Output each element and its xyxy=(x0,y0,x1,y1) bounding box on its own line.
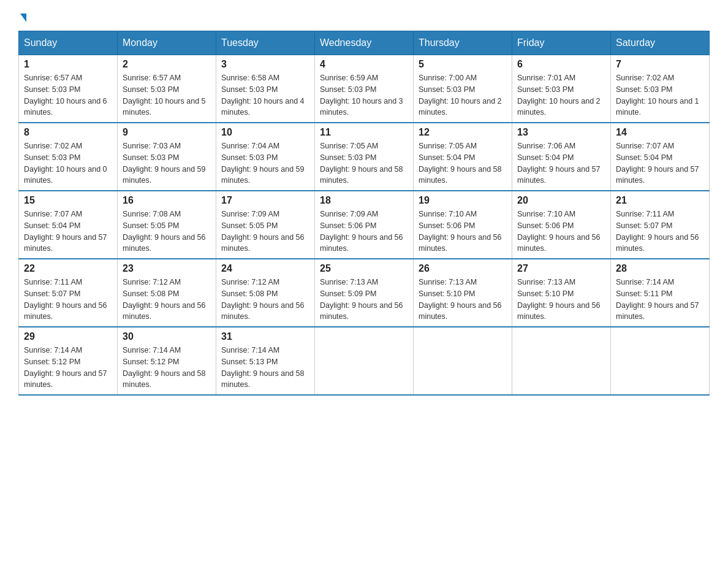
day-number: 20 xyxy=(517,195,605,206)
day-info: Sunrise: 7:08 AM Sunset: 5:05 PM Dayligh… xyxy=(123,209,211,255)
calendar-cell xyxy=(512,327,611,395)
calendar-cell: 18 Sunrise: 7:09 AM Sunset: 5:06 PM Dayl… xyxy=(315,191,414,259)
day-info: Sunrise: 7:04 AM Sunset: 5:03 PM Dayligh… xyxy=(221,140,309,186)
calendar-cell: 17 Sunrise: 7:09 AM Sunset: 5:05 PM Dayl… xyxy=(216,191,315,259)
calendar-cell: 30 Sunrise: 7:14 AM Sunset: 5:12 PM Dayl… xyxy=(118,327,216,395)
calendar-table: SundayMondayTuesdayWednesdayThursdayFrid… xyxy=(18,31,710,396)
calendar-cell: 31 Sunrise: 7:14 AM Sunset: 5:13 PM Dayl… xyxy=(216,327,315,395)
calendar-cell: 14 Sunrise: 7:07 AM Sunset: 5:04 PM Dayl… xyxy=(611,123,710,191)
day-info: Sunrise: 7:14 AM Sunset: 5:12 PM Dayligh… xyxy=(24,345,112,391)
day-number: 25 xyxy=(320,263,408,274)
calendar-cell: 1 Sunrise: 6:57 AM Sunset: 5:03 PM Dayli… xyxy=(19,55,118,123)
day-info: Sunrise: 7:00 AM Sunset: 5:03 PM Dayligh… xyxy=(419,72,507,118)
day-number: 30 xyxy=(123,331,211,342)
calendar-cell xyxy=(315,327,414,395)
day-info: Sunrise: 7:10 AM Sunset: 5:06 PM Dayligh… xyxy=(419,209,507,255)
day-info: Sunrise: 7:14 AM Sunset: 5:12 PM Dayligh… xyxy=(123,345,211,391)
day-info: Sunrise: 7:12 AM Sunset: 5:08 PM Dayligh… xyxy=(123,277,211,323)
calendar-cell: 2 Sunrise: 6:57 AM Sunset: 5:03 PM Dayli… xyxy=(118,55,216,123)
day-info: Sunrise: 7:07 AM Sunset: 5:04 PM Dayligh… xyxy=(24,209,112,255)
calendar-cell: 6 Sunrise: 7:01 AM Sunset: 5:03 PM Dayli… xyxy=(512,55,611,123)
day-info: Sunrise: 7:07 AM Sunset: 5:04 PM Dayligh… xyxy=(616,140,704,186)
calendar-cell: 13 Sunrise: 7:06 AM Sunset: 5:04 PM Dayl… xyxy=(512,123,611,191)
day-info: Sunrise: 7:10 AM Sunset: 5:06 PM Dayligh… xyxy=(517,209,605,255)
day-number: 24 xyxy=(221,263,309,274)
day-number: 14 xyxy=(616,127,704,138)
weekday-header-friday: Friday xyxy=(512,31,611,55)
calendar-cell: 8 Sunrise: 7:02 AM Sunset: 5:03 PM Dayli… xyxy=(19,123,118,191)
day-number: 5 xyxy=(419,59,507,70)
day-info: Sunrise: 7:12 AM Sunset: 5:08 PM Dayligh… xyxy=(221,277,309,323)
calendar-cell: 22 Sunrise: 7:11 AM Sunset: 5:07 PM Dayl… xyxy=(19,259,118,327)
day-number: 23 xyxy=(123,263,211,274)
calendar-cell: 3 Sunrise: 6:58 AM Sunset: 5:03 PM Dayli… xyxy=(216,55,315,123)
calendar-week-row: 29 Sunrise: 7:14 AM Sunset: 5:12 PM Dayl… xyxy=(19,327,710,395)
day-info: Sunrise: 6:57 AM Sunset: 5:03 PM Dayligh… xyxy=(24,72,112,118)
calendar-cell: 28 Sunrise: 7:14 AM Sunset: 5:11 PM Dayl… xyxy=(611,259,710,327)
calendar-cell: 27 Sunrise: 7:13 AM Sunset: 5:10 PM Dayl… xyxy=(512,259,611,327)
calendar-cell: 9 Sunrise: 7:03 AM Sunset: 5:03 PM Dayli… xyxy=(118,123,216,191)
day-info: Sunrise: 7:13 AM Sunset: 5:10 PM Dayligh… xyxy=(419,277,507,323)
calendar-cell: 21 Sunrise: 7:11 AM Sunset: 5:07 PM Dayl… xyxy=(611,191,710,259)
calendar-cell: 29 Sunrise: 7:14 AM Sunset: 5:12 PM Dayl… xyxy=(19,327,118,395)
calendar-cell: 25 Sunrise: 7:13 AM Sunset: 5:09 PM Dayl… xyxy=(315,259,414,327)
calendar-week-row: 1 Sunrise: 6:57 AM Sunset: 5:03 PM Dayli… xyxy=(19,55,710,123)
weekday-header-wednesday: Wednesday xyxy=(315,31,414,55)
weekday-header-row: SundayMondayTuesdayWednesdayThursdayFrid… xyxy=(19,31,710,55)
calendar-week-row: 22 Sunrise: 7:11 AM Sunset: 5:07 PM Dayl… xyxy=(19,259,710,327)
weekday-header-tuesday: Tuesday xyxy=(216,31,315,55)
calendar-cell: 11 Sunrise: 7:05 AM Sunset: 5:03 PM Dayl… xyxy=(315,123,414,191)
day-info: Sunrise: 7:11 AM Sunset: 5:07 PM Dayligh… xyxy=(616,209,704,255)
page-header xyxy=(18,12,710,20)
day-info: Sunrise: 7:05 AM Sunset: 5:03 PM Dayligh… xyxy=(320,140,408,186)
day-number: 27 xyxy=(517,263,605,274)
day-number: 16 xyxy=(123,195,211,206)
day-info: Sunrise: 6:59 AM Sunset: 5:03 PM Dayligh… xyxy=(320,72,408,118)
day-number: 13 xyxy=(517,127,605,138)
day-info: Sunrise: 7:06 AM Sunset: 5:04 PM Dayligh… xyxy=(517,140,605,186)
day-info: Sunrise: 7:13 AM Sunset: 5:10 PM Dayligh… xyxy=(517,277,605,323)
calendar-week-row: 15 Sunrise: 7:07 AM Sunset: 5:04 PM Dayl… xyxy=(19,191,710,259)
day-number: 6 xyxy=(517,59,605,70)
calendar-cell: 10 Sunrise: 7:04 AM Sunset: 5:03 PM Dayl… xyxy=(216,123,315,191)
day-number: 22 xyxy=(24,263,112,274)
calendar-cell xyxy=(611,327,710,395)
day-number: 31 xyxy=(221,331,309,342)
day-number: 19 xyxy=(419,195,507,206)
day-info: Sunrise: 6:57 AM Sunset: 5:03 PM Dayligh… xyxy=(123,72,211,118)
day-number: 21 xyxy=(616,195,704,206)
day-info: Sunrise: 7:05 AM Sunset: 5:04 PM Dayligh… xyxy=(419,140,507,186)
day-info: Sunrise: 7:11 AM Sunset: 5:07 PM Dayligh… xyxy=(24,277,112,323)
day-info: Sunrise: 7:14 AM Sunset: 5:11 PM Dayligh… xyxy=(616,277,704,323)
day-info: Sunrise: 7:09 AM Sunset: 5:06 PM Dayligh… xyxy=(320,209,408,255)
calendar-cell: 15 Sunrise: 7:07 AM Sunset: 5:04 PM Dayl… xyxy=(19,191,118,259)
weekday-header-monday: Monday xyxy=(118,31,216,55)
day-number: 15 xyxy=(24,195,112,206)
calendar-cell: 5 Sunrise: 7:00 AM Sunset: 5:03 PM Dayli… xyxy=(414,55,512,123)
calendar-cell: 26 Sunrise: 7:13 AM Sunset: 5:10 PM Dayl… xyxy=(414,259,512,327)
weekday-header-thursday: Thursday xyxy=(414,31,512,55)
day-info: Sunrise: 7:14 AM Sunset: 5:13 PM Dayligh… xyxy=(221,345,309,391)
calendar-cell: 23 Sunrise: 7:12 AM Sunset: 5:08 PM Dayl… xyxy=(118,259,216,327)
day-number: 8 xyxy=(24,127,112,138)
day-number: 3 xyxy=(221,59,309,70)
day-number: 11 xyxy=(320,127,408,138)
calendar-cell: 4 Sunrise: 6:59 AM Sunset: 5:03 PM Dayli… xyxy=(315,55,414,123)
calendar-cell: 12 Sunrise: 7:05 AM Sunset: 5:04 PM Dayl… xyxy=(414,123,512,191)
day-number: 12 xyxy=(419,127,507,138)
calendar-cell: 24 Sunrise: 7:12 AM Sunset: 5:08 PM Dayl… xyxy=(216,259,315,327)
logo xyxy=(18,12,26,20)
day-number: 7 xyxy=(616,59,704,70)
calendar-week-row: 8 Sunrise: 7:02 AM Sunset: 5:03 PM Dayli… xyxy=(19,123,710,191)
day-number: 18 xyxy=(320,195,408,206)
calendar-cell: 7 Sunrise: 7:02 AM Sunset: 5:03 PM Dayli… xyxy=(611,55,710,123)
weekday-header-sunday: Sunday xyxy=(19,31,118,55)
day-number: 2 xyxy=(123,59,211,70)
calendar-cell: 16 Sunrise: 7:08 AM Sunset: 5:05 PM Dayl… xyxy=(118,191,216,259)
day-info: Sunrise: 7:01 AM Sunset: 5:03 PM Dayligh… xyxy=(517,72,605,118)
day-info: Sunrise: 7:13 AM Sunset: 5:09 PM Dayligh… xyxy=(320,277,408,323)
calendar-cell: 19 Sunrise: 7:10 AM Sunset: 5:06 PM Dayl… xyxy=(414,191,512,259)
day-number: 29 xyxy=(24,331,112,342)
day-number: 28 xyxy=(616,263,704,274)
day-info: Sunrise: 7:03 AM Sunset: 5:03 PM Dayligh… xyxy=(123,140,211,186)
